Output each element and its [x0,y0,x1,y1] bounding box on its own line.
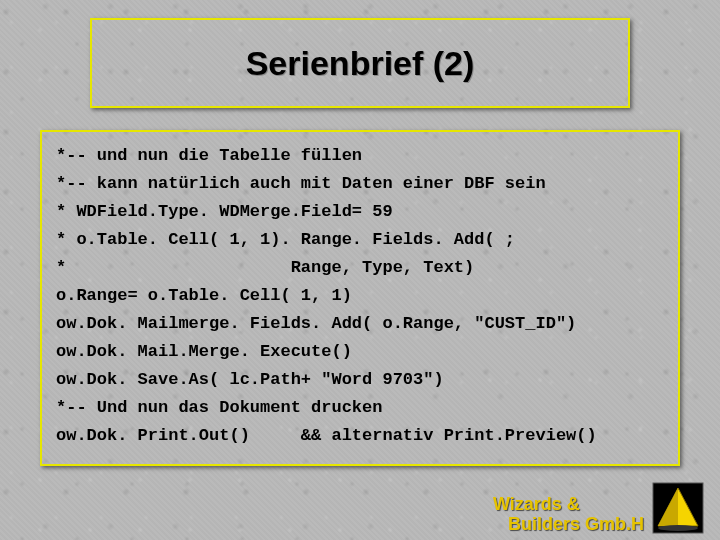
code-line: * Range, Type, Text) [56,254,664,282]
code-line: ow.Dok. Mailmerge. Fields. Add( o.Range,… [56,310,664,338]
slide-title: Serienbrief (2) [246,44,475,83]
code-line: * o.Table. Cell( 1, 1). Range. Fields. A… [56,226,664,254]
pyramid-logo-icon [652,482,704,534]
footer-text: Wizards & Builders Gmb.H [493,494,644,534]
footer-line2: Builders Gmb.H [508,514,644,534]
code-box: *-- und nun die Tabelle füllen *-- kann … [40,130,680,466]
slide: Serienbrief (2) *-- und nun die Tabelle … [0,0,720,540]
svg-point-3 [658,525,698,531]
footer-line1: Wizards & [493,494,580,514]
footer: Wizards & Builders Gmb.H [493,482,704,534]
code-line: *-- Und nun das Dokument drucken [56,394,664,422]
code-line: *-- kann natürlich auch mit Daten einer … [56,170,664,198]
code-line: o.Range= o.Table. Cell( 1, 1) [56,282,664,310]
code-line: * WDField.Type. WDMerge.Field= 59 [56,198,664,226]
title-box: Serienbrief (2) [90,18,630,108]
code-line: ow.Dok. Save.As( lc.Path+ "Word 9703") [56,366,664,394]
code-line: ow.Dok. Print.Out() && alternativ Print.… [56,422,664,450]
code-line: ow.Dok. Mail.Merge. Execute() [56,338,664,366]
code-line: *-- und nun die Tabelle füllen [56,142,664,170]
